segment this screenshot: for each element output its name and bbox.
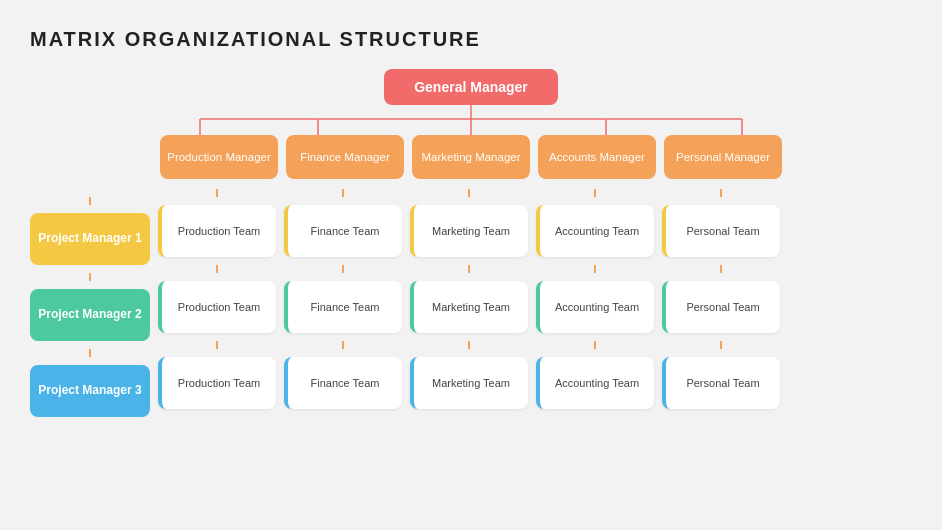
top-connector-svg	[141, 105, 801, 135]
team-box-r3-accounting: Accounting Team	[536, 357, 654, 409]
v-dot-m1-1	[158, 265, 276, 273]
team-box-r1-marketing: Marketing Team	[410, 205, 528, 257]
team-box-r3-marketing: Marketing Team	[410, 357, 528, 409]
team-box-r2-marketing: Marketing Team	[410, 281, 528, 333]
manager-box-marketing: Marketing Manager	[412, 135, 530, 179]
grid-section: Project Manager 1 Project Manager 2 Proj…	[30, 189, 912, 417]
project-manager-col: Project Manager 1 Project Manager 2 Proj…	[30, 189, 150, 417]
mid-row-connectors-2	[158, 341, 780, 349]
team-box-r1-finance: Finance Team	[284, 205, 402, 257]
manager-box-personal: Personal Manager	[664, 135, 782, 179]
v-dot-2	[284, 189, 402, 197]
manager-box-accounts: Accounts Manager	[538, 135, 656, 179]
v-dot-m1-5	[662, 265, 780, 273]
slide: MATRIX ORGANIZATIONAL STRUCTURE General …	[0, 0, 942, 530]
team-row-3: Production Team Finance Team Marketing T…	[158, 357, 780, 409]
team-box-r2-personal: Personal Team	[662, 281, 780, 333]
team-box-r1-personal: Personal Team	[662, 205, 780, 257]
v-dot-3	[410, 189, 528, 197]
team-box-r3-production: Production Team	[158, 357, 276, 409]
top-hierarchy: General Manager Production Manager Finan…	[30, 69, 912, 179]
top-row-connectors	[158, 189, 780, 197]
mid-row-connectors-1	[158, 265, 780, 273]
v-dot-1	[158, 189, 276, 197]
team-rows-col: Production Team Finance Team Marketing T…	[158, 189, 780, 409]
v-dot-m2-2	[284, 341, 402, 349]
team-box-r3-finance: Finance Team	[284, 357, 402, 409]
team-box-r1-production: Production Team	[158, 205, 276, 257]
project-manager-2-box: Project Manager 2	[30, 289, 150, 341]
v-dot-5	[662, 189, 780, 197]
v-dot-m1-4	[536, 265, 654, 273]
managers-row: Production Manager Finance Manager Marke…	[160, 135, 782, 179]
project-manager-3-box: Project Manager 3	[30, 365, 150, 417]
team-box-r2-production: Production Team	[158, 281, 276, 333]
team-box-r3-personal: Personal Team	[662, 357, 780, 409]
project-manager-1-box: Project Manager 1	[30, 213, 150, 265]
v-dot-4	[536, 189, 654, 197]
general-manager-box: General Manager	[384, 69, 558, 105]
v-dot-m2-4	[536, 341, 654, 349]
manager-box-finance: Finance Manager	[286, 135, 404, 179]
v-dot-m1-2	[284, 265, 402, 273]
v-dot-m1-3	[410, 265, 528, 273]
team-row-1: Production Team Finance Team Marketing T…	[158, 205, 780, 257]
team-box-r2-accounting: Accounting Team	[536, 281, 654, 333]
v-dot-m2-1	[158, 341, 276, 349]
team-box-r2-finance: Finance Team	[284, 281, 402, 333]
team-row-2: Production Team Finance Team Marketing T…	[158, 281, 780, 333]
manager-box-production: Production Manager	[160, 135, 278, 179]
v-dot-m2-5	[662, 341, 780, 349]
v-dot-m2-3	[410, 341, 528, 349]
team-box-r1-accounting: Accounting Team	[536, 205, 654, 257]
page-title: MATRIX ORGANIZATIONAL STRUCTURE	[30, 28, 912, 51]
